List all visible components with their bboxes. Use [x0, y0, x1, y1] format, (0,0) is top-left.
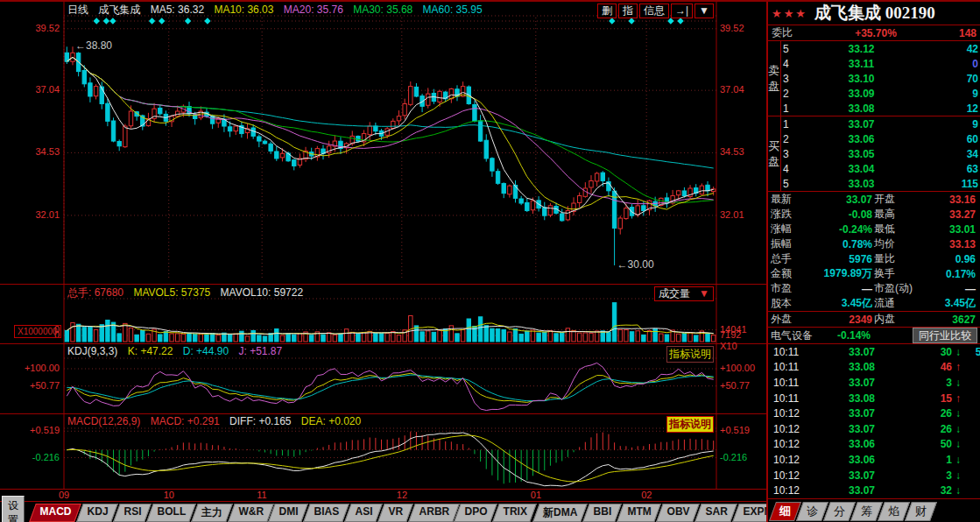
chevron-down-icon[interactable]: ▼ [694, 4, 714, 18]
next-arrow-icon[interactable]: →| [671, 4, 693, 18]
kdj-axis-label: +100.00 [0, 363, 60, 373]
industry-compare-button[interactable]: 同行业比较 [913, 328, 977, 343]
buy-book-label: 买盘 [768, 116, 781, 191]
indicator-tab-TRIX[interactable]: TRIX [493, 504, 538, 522]
macd-dea-value: DEA: +0.020 [301, 415, 361, 427]
macd-axis-label: +0.519 [720, 426, 764, 435]
price-axis-label: 32.01 [720, 210, 764, 220]
tick-extra: 6 [964, 438, 980, 450]
indicator-tabs: MACDKDJRSIBOLL主力W&RDMIBIASASIVRARBRDPOTR… [32, 504, 788, 522]
stat-value: 0.17% [895, 268, 977, 280]
candlestick-plot[interactable] [0, 2, 766, 284]
tick-time: 10:12 [773, 454, 817, 466]
low-annotation: ←30.00 [617, 258, 654, 271]
buy-level-row[interactable]: 533.03115 [781, 176, 980, 191]
buy-level-row[interactable]: 333.0534 [781, 146, 980, 161]
kdj-panel: KDJ(9,3,3) K: +47.22 D: +44.90 J: +51.87… [0, 343, 766, 413]
stats-cell: 股本3.45亿 [771, 296, 874, 311]
stat-label: 最低 [874, 222, 895, 236]
indicator-tab-BIAS[interactable]: BIAS [304, 504, 349, 522]
volume-indicator-dropdown[interactable]: 成交量 ▼ [654, 286, 714, 301]
indicator-tab-ASI[interactable]: ASI [344, 504, 383, 522]
tick-row: 10:1133.0815↑3 [768, 391, 980, 406]
sell-price: 33.10 [799, 73, 924, 85]
indicator-tab-OBV[interactable]: OBV [656, 504, 700, 522]
sell-level: 4 [783, 58, 799, 70]
up-arrow-icon: ↑ [952, 392, 964, 405]
stats-cell: 开盘33.16 [874, 192, 977, 207]
price-axis-label: 39.52 [0, 24, 60, 33]
stat-label: 市盈(动) [874, 281, 913, 296]
indicator-tab-MTM[interactable]: MTM [617, 504, 661, 522]
sell-level-row[interactable]: 233.099 [781, 86, 980, 101]
buy-price: 33.05 [799, 148, 924, 160]
macd-diff-value: DIFF: +0.165 [229, 415, 291, 427]
sell-level-row[interactable]: 133.0812 [781, 101, 980, 116]
volume-dropdown-label: 成交量 [659, 287, 690, 300]
buy-volume: 60 [924, 133, 978, 145]
buy-level-row[interactable]: 133.079 [781, 116, 980, 131]
tick-price: 33.07 [817, 469, 906, 482]
stats-cell: 内盘3627 [874, 312, 977, 327]
sell-price: 33.11 [799, 58, 924, 70]
stats-row: 涨幅-0.24%最低33.01 [768, 222, 980, 236]
stat-value: 33.16 [895, 194, 977, 206]
volume-header: 总手: 67680 MAVOL5: 57375 MAVOL10: 59722 [67, 286, 310, 300]
buy-level-row[interactable]: 233.0660 [781, 131, 980, 146]
indicator-button[interactable]: 指 [618, 4, 638, 18]
period-label[interactable]: 日线 [67, 4, 88, 16]
tick-volume: 32 [906, 484, 952, 497]
ma60-label: MA60: 35.95 [423, 4, 483, 16]
kdj-header: KDJ(9,3,3) K: +47.22 D: +44.90 J: +51.87 [67, 345, 289, 357]
info-button[interactable]: 信息 [639, 4, 669, 18]
indicator-tab-DPO[interactable]: DPO [455, 504, 498, 522]
stats-cell: 量比0.96 [874, 251, 977, 266]
indicator-tab-RSI[interactable]: RSI [113, 504, 152, 522]
tick-price: 33.08 [817, 361, 906, 373]
stat-label: 流通 [874, 296, 895, 311]
price-axis-label: 39.52 [720, 24, 764, 33]
indicator-tab-ARBR[interactable]: ARBR [408, 504, 459, 522]
indicator-tab-BBI[interactable]: BBI [582, 504, 621, 522]
tick-volume: 3 [906, 377, 952, 389]
buy-level-row[interactable]: 433.0463 [781, 161, 980, 176]
tick-time: 10:12 [773, 484, 817, 497]
indicator-tab-KDJ[interactable]: KDJ [76, 504, 118, 522]
stat-label: 量比 [874, 251, 895, 266]
indicator-tab-W&R[interactable]: W&R [228, 504, 273, 522]
indicator-tab-新DMA[interactable]: 新DMA [532, 504, 588, 522]
tick-price: 33.06 [817, 438, 906, 450]
sell-level-row[interactable]: 333.1070 [781, 71, 980, 86]
indicator-tab-DMI[interactable]: DMI [269, 504, 309, 522]
macd-header: MACD(12,26,9) MACD: +0.291 DIFF: +0.165 … [67, 415, 368, 427]
quote-tab-财[interactable]: 财 [905, 502, 937, 521]
kdj-help-button[interactable]: 指标说明 [666, 346, 714, 363]
tick-extra: 54 [964, 346, 980, 358]
sell-level-row[interactable]: 533.1242 [781, 41, 980, 56]
down-arrow-icon: ↓ [952, 484, 964, 497]
macd-axis-label: +0.519 [0, 426, 60, 435]
kdj-title: KDJ(9,3,3) [67, 345, 117, 357]
tick-price: 33.07 [817, 346, 906, 358]
sell-level-row[interactable]: 433.110 [781, 56, 980, 71]
price-axis-label: 34.53 [0, 147, 60, 157]
stats-cell: 流通3.45亿 [874, 296, 977, 311]
stock-name: 成飞集成 [814, 4, 881, 22]
indicator-tab-VR[interactable]: VR [377, 504, 412, 522]
stat-label: 最新 [771, 192, 792, 207]
indicator-tab-主力[interactable]: 主力 [191, 504, 233, 522]
stat-value: 0.78% [792, 238, 874, 250]
settings-button[interactable]: 设置 [2, 496, 25, 522]
indicator-tab-SAR[interactable]: SAR [694, 504, 737, 522]
macd-help-button[interactable]: 指标说明 [666, 416, 714, 433]
delete-indicator-button[interactable]: 删 [597, 4, 617, 18]
price-axis-label: 32.01 [0, 210, 60, 220]
sell-volume: 70 [924, 73, 978, 85]
quote-tab-bar: 细诊分筹焰财 [768, 498, 980, 522]
indicator-tab-BOLL[interactable]: BOLL [146, 504, 195, 522]
indicator-tab-MACD[interactable]: MACD [29, 504, 81, 522]
sell-level: 1 [783, 102, 799, 115]
ma30-label: MA30: 35.68 [353, 4, 412, 16]
buy-level: 4 [783, 163, 799, 175]
main-chart-panel: 日线 成飞集成 MA5: 36.32 MA10: 36.03 MA20: 35.… [0, 2, 766, 284]
